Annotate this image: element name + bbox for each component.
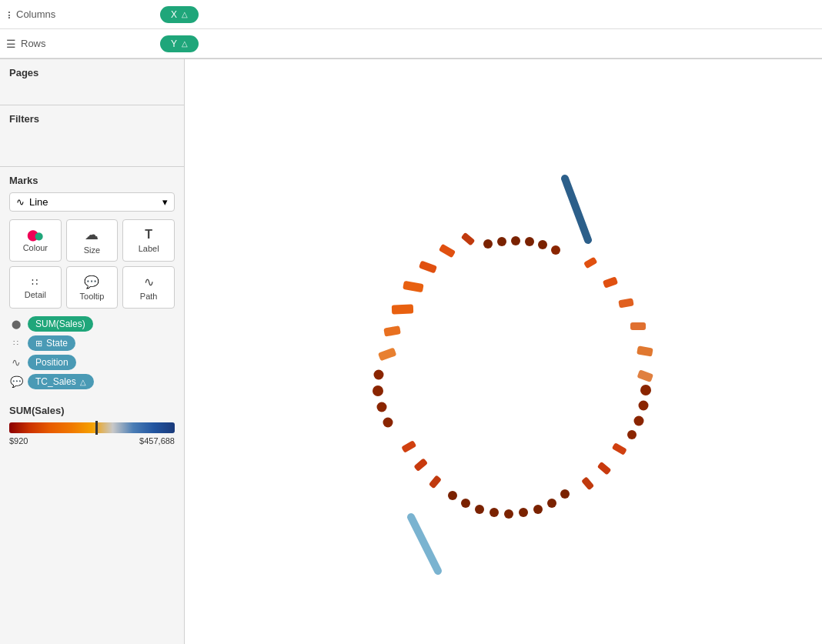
shelf-state-pill[interactable]: ⊞ State xyxy=(28,335,75,351)
pages-section: Pages xyxy=(0,59,184,105)
tooltip-button[interactable]: 💬 Tooltip xyxy=(66,266,119,309)
columns-label: Columns xyxy=(16,8,55,20)
color-gradient xyxy=(9,422,175,433)
dot-b-5 xyxy=(504,509,513,519)
tc-sales-delta: △ xyxy=(80,378,86,386)
dot-r-1 xyxy=(640,385,651,395)
dot-b-3 xyxy=(533,505,543,514)
viz-canvas xyxy=(234,90,773,613)
dash-ll-1 xyxy=(429,475,442,489)
shelf-colour-icon: ⬤ xyxy=(9,319,23,329)
dot-l-4 xyxy=(374,370,384,380)
colour-button[interactable]: ⬤⬤ Colour xyxy=(9,219,62,262)
dot-b-9 xyxy=(448,491,457,500)
detail-icon: ∷ xyxy=(32,276,38,288)
pages-title: Pages xyxy=(9,67,175,78)
shelf-tcsales-pill[interactable]: TC_Sales △ xyxy=(28,374,94,389)
dot-l-1 xyxy=(383,418,393,428)
shelf-tooltip-icon: 💬 xyxy=(9,375,23,388)
dash-ul-4 xyxy=(419,261,437,274)
dash-ur-1 xyxy=(583,257,597,269)
columns-icon: ⫶ xyxy=(6,8,12,21)
columns-pill[interactable]: X △ xyxy=(160,6,199,23)
light-blue-line xyxy=(411,517,438,571)
dash-ul-big xyxy=(392,305,413,315)
dot-6 xyxy=(551,245,560,255)
label-button[interactable]: T Label xyxy=(122,219,175,262)
dash-lr-1 xyxy=(612,442,627,455)
dot-5 xyxy=(538,240,547,249)
shelf-path-icon: ∿ xyxy=(9,356,23,369)
dot-b-4 xyxy=(519,508,528,517)
shelf-row-colour: ⬤ SUM(Sales) xyxy=(9,316,175,332)
rows-label: Rows xyxy=(21,38,46,49)
legend-labels: $920 $457,688 xyxy=(9,436,175,445)
marks-title: Marks xyxy=(9,175,175,186)
viz-area xyxy=(185,59,822,644)
filters-section: Filters xyxy=(0,105,184,167)
size-label: Size xyxy=(84,245,100,255)
path-button[interactable]: ∿ Path xyxy=(122,266,175,309)
rows-pill[interactable]: Y △ xyxy=(160,35,199,52)
gradient-marker xyxy=(95,421,98,435)
shelf-row-path: ∿ Position xyxy=(9,355,175,370)
path-label: Path xyxy=(140,292,158,301)
dot-r-2 xyxy=(639,401,649,411)
detail-label: Detail xyxy=(25,290,46,299)
shelf-row-tooltip: 💬 TC_Sales △ xyxy=(9,374,175,389)
dash-ul-2 xyxy=(383,325,401,336)
dash-ur-5 xyxy=(637,345,653,356)
size-button[interactable]: ☁ Size xyxy=(66,219,119,262)
dot-l-2 xyxy=(377,402,387,412)
shelf-row-detail: ∷ ⊞ State xyxy=(9,335,175,351)
legend-max: $457,688 xyxy=(139,436,175,445)
dropdown-arrow: ▾ xyxy=(162,196,168,208)
dot-l-3 xyxy=(373,385,383,396)
shelf-position-pill[interactable]: Position xyxy=(28,355,76,370)
dot-4 xyxy=(525,237,534,246)
dash-lr-2 xyxy=(597,462,612,475)
dot-b-7 xyxy=(475,505,484,514)
colour-label: Colour xyxy=(23,243,48,252)
dash-ll-3 xyxy=(401,440,416,453)
marks-type-dropdown[interactable]: ∿ Line ▾ xyxy=(9,192,175,212)
dot-b-1 xyxy=(560,489,570,499)
dot-b-6 xyxy=(490,508,499,517)
chart-svg xyxy=(234,90,773,613)
rows-icon: ☰ xyxy=(6,38,16,50)
dot-3 xyxy=(511,236,520,245)
dash-ur-6 xyxy=(637,369,653,382)
dash-ur-3 xyxy=(618,298,633,308)
sidebar: Pages Filters Marks ∿ Line ▾ ⬤⬤ Colour xyxy=(0,59,185,644)
dot-r-3 xyxy=(634,416,644,426)
columns-bar: ⫶ Columns X △ xyxy=(0,0,822,29)
tooltip-icon: 💬 xyxy=(84,275,99,289)
dash-ul-1 xyxy=(378,348,396,362)
tooltip-label: Tooltip xyxy=(80,292,105,301)
shelf-sum-sales-pill[interactable]: SUM(Sales) xyxy=(28,316,93,332)
detail-button[interactable]: ∷ Detail xyxy=(9,266,62,309)
legend-title: SUM(Sales) xyxy=(9,405,175,416)
dark-blue-line xyxy=(565,179,588,240)
marks-buttons-grid: ⬤⬤ Colour ☁ Size T Label ∷ Detail xyxy=(9,219,175,309)
dash-lr-3 xyxy=(581,476,594,490)
dot-b-8 xyxy=(461,499,470,508)
dash-ul-6 xyxy=(461,232,476,246)
label-icon: T xyxy=(145,228,152,242)
path-icon: ∿ xyxy=(144,275,154,289)
dot-r-4 xyxy=(627,430,637,439)
colour-icon: ⬤⬤ xyxy=(27,229,43,241)
size-icon: ☁ xyxy=(85,226,99,243)
filters-title: Filters xyxy=(9,113,175,125)
label-label: Label xyxy=(139,244,159,253)
dot-b-2 xyxy=(547,499,556,508)
legend-section: SUM(Sales) $920 $457,688 xyxy=(0,397,184,453)
dot-2 xyxy=(497,237,506,246)
marks-type-icon: ∿ xyxy=(16,196,25,208)
shelf-detail-icon: ∷ xyxy=(9,339,23,349)
dash-ur-2 xyxy=(603,276,618,289)
dash-ul-5 xyxy=(439,244,456,259)
rows-bar: ☰ Rows Y △ xyxy=(0,29,822,58)
marks-type-label: Line xyxy=(29,196,48,208)
dash-ur-4 xyxy=(630,322,646,330)
